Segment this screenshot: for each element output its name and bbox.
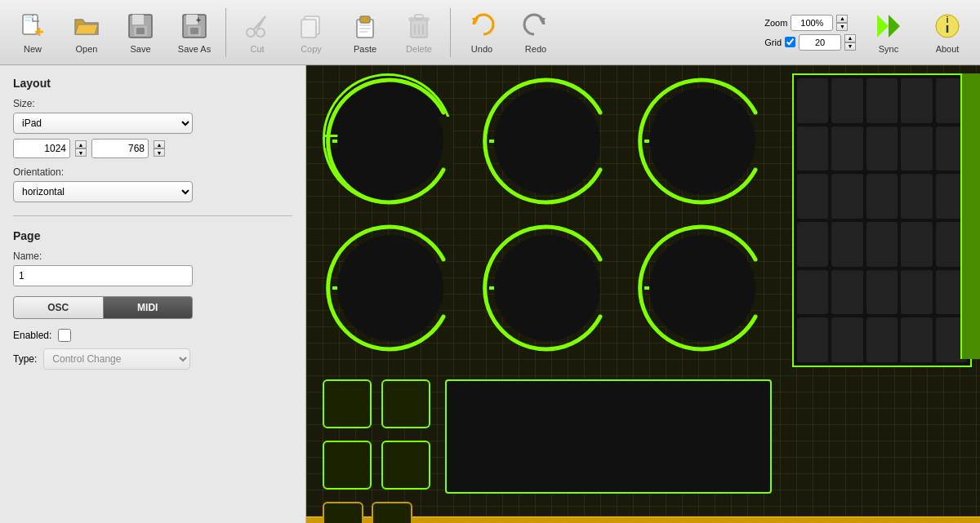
sq-btn-bottom-2[interactable] <box>372 502 412 523</box>
pad-cell[interactable] <box>901 222 932 267</box>
pad-cell[interactable] <box>866 222 898 267</box>
orientation-label: Orientation: <box>13 166 292 178</box>
new-icon <box>18 11 47 41</box>
type-label: Type: <box>13 353 37 365</box>
dimensions-row: ▲ ▼ ▲ ▼ <box>13 139 292 158</box>
redo-button[interactable]: Redo <box>510 3 562 62</box>
name-label: Name: <box>13 250 292 262</box>
cut-button[interactable]: Cut <box>231 3 283 62</box>
grid-up-button[interactable]: ▲ <box>844 34 856 42</box>
osc-button[interactable]: OSC <box>13 296 104 319</box>
enabled-checkbox[interactable] <box>58 329 71 342</box>
open-label: Open <box>76 44 98 54</box>
width-down[interactable]: ▼ <box>75 148 87 157</box>
svg-rect-27 <box>415 15 423 19</box>
grid-stepper: ▲ ▼ <box>844 34 856 51</box>
osc-midi-row: OSC MIDI <box>13 296 193 319</box>
pad-cell[interactable] <box>831 174 862 219</box>
fader-area[interactable] <box>445 379 772 494</box>
width-input[interactable] <box>13 139 70 158</box>
height-up[interactable]: ▲ <box>154 140 165 148</box>
height-stepper: ▲ ▼ <box>154 140 165 157</box>
toolbar-right: Zoom ▲ ▼ Grid ▲ ▼ <box>764 3 973 62</box>
separator-2 <box>450 8 451 57</box>
save-as-icon: + <box>180 11 209 41</box>
zoom-up-button[interactable]: ▲ <box>836 15 848 23</box>
pad-cell[interactable] <box>831 126 862 171</box>
pad-cell[interactable] <box>831 222 862 267</box>
grid-down-button[interactable]: ▼ <box>844 42 856 51</box>
save-as-button[interactable]: + Save As <box>168 3 220 62</box>
undo-label: Undo <box>471 44 492 54</box>
grid-label: Grid <box>764 38 782 47</box>
pad-cell[interactable] <box>831 317 862 362</box>
pad-cell[interactable] <box>797 270 828 315</box>
grid-checkbox[interactable] <box>785 37 795 47</box>
copy-label: Copy <box>301 44 322 54</box>
size-label: Size: <box>13 98 292 109</box>
height-input[interactable] <box>91 139 149 158</box>
open-button[interactable]: Open <box>60 3 113 62</box>
pad-cell[interactable] <box>831 270 862 315</box>
sync-button[interactable]: Sync <box>862 3 915 62</box>
svg-rect-22 <box>359 24 371 26</box>
save-button[interactable]: Save <box>114 3 167 62</box>
type-row: Type: Control Change <box>13 348 292 370</box>
pad-cell[interactable] <box>797 126 828 171</box>
grid-input[interactable] <box>799 34 841 51</box>
midi-button[interactable]: MIDI <box>104 296 194 319</box>
pad-cell[interactable] <box>901 126 932 171</box>
orientation-select[interactable]: horizontal <box>13 181 193 202</box>
pad-cell[interactable] <box>901 317 932 362</box>
about-button[interactable]: i About <box>921 3 973 62</box>
paste-label: Paste <box>354 44 376 54</box>
pad-cell[interactable] <box>866 317 898 362</box>
type-select[interactable]: Control Change <box>43 348 190 370</box>
size-select[interactable]: iPad <box>13 113 193 134</box>
pad-grid[interactable] <box>792 73 972 367</box>
zoom-stepper: ▲ ▼ <box>836 15 848 31</box>
width-up[interactable]: ▲ <box>75 140 87 148</box>
svg-rect-6 <box>132 15 144 24</box>
sidebar: Layout Size: iPad ▲ ▼ ▲ ▼ Orientation: h… <box>0 65 306 523</box>
sq-btn-bottom-1[interactable] <box>323 502 363 523</box>
paste-button[interactable]: Paste <box>339 3 391 62</box>
sq-btn-3[interactable] <box>323 441 372 490</box>
pad-cell[interactable] <box>866 78 898 123</box>
zoom-label: Zoom <box>764 18 787 28</box>
sq-btn-1[interactable] <box>323 379 372 428</box>
pad-cell[interactable] <box>797 317 828 362</box>
svg-rect-1 <box>24 16 34 18</box>
pad-cell[interactable] <box>797 78 828 123</box>
pad-cell[interactable] <box>797 222 828 267</box>
pad-cell[interactable] <box>866 174 898 219</box>
pad-cell[interactable] <box>866 270 898 315</box>
height-down[interactable]: ▼ <box>154 148 165 157</box>
pad-cell[interactable] <box>831 78 862 123</box>
page-title: Page <box>13 229 292 242</box>
page-name-input[interactable] <box>13 265 193 286</box>
zoom-down-button[interactable]: ▼ <box>836 23 848 31</box>
cut-label: Cut <box>250 44 264 54</box>
canvas-area[interactable] <box>306 65 980 523</box>
svg-rect-21 <box>360 16 370 23</box>
pad-cell[interactable] <box>901 270 932 315</box>
svg-line-17 <box>257 16 265 29</box>
pad-cell[interactable] <box>901 174 932 219</box>
sq-btn-4[interactable] <box>381 441 430 490</box>
svg-rect-24 <box>359 31 368 33</box>
svg-rect-8 <box>136 28 145 34</box>
knob-inner-2 <box>478 72 617 211</box>
divider-1 <box>13 215 292 216</box>
delete-button[interactable]: Delete <box>393 3 445 62</box>
sq-btn-2[interactable] <box>381 379 430 428</box>
zoom-input[interactable] <box>791 15 833 31</box>
new-button[interactable]: New <box>7 3 59 62</box>
copy-button[interactable]: Copy <box>285 3 337 62</box>
pad-cell[interactable] <box>797 174 828 219</box>
undo-button[interactable]: Undo <box>456 3 508 62</box>
knob-inner-5 <box>478 219 617 357</box>
pad-cell[interactable] <box>901 78 932 123</box>
pad-cell[interactable] <box>866 126 898 171</box>
knob-inner-6 <box>633 219 772 357</box>
